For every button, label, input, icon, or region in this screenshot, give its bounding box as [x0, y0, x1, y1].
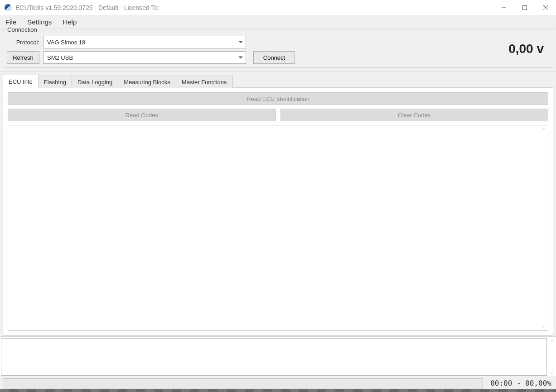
protocol-label: Protocol:	[7, 39, 39, 46]
tab-panel-ecu-info: Read ECU Identification Read Codes Clear…	[3, 87, 553, 336]
chevron-down-icon	[238, 57, 243, 59]
connection-legend: Connection	[6, 26, 39, 33]
log-textarea[interactable]	[1, 338, 547, 376]
status-bar: 00:00 - 00,00%	[0, 377, 556, 389]
protocol-value: VAG Simos 18	[47, 39, 85, 46]
scroll-down-icon[interactable]: ⌄	[541, 324, 547, 329]
status-text: 00:00 - 00,00%	[486, 379, 556, 387]
ecu-output-textarea[interactable]: ⌃ ⌄	[8, 125, 548, 331]
tabs-container: ECU Info Flashing Data Logging Measuring…	[0, 72, 556, 336]
close-icon	[543, 5, 548, 10]
connect-button[interactable]: Connect	[253, 51, 295, 64]
progress-bar	[3, 378, 483, 388]
log-scrollbar[interactable]: ⌃ ⌄	[548, 337, 556, 377]
interface-select[interactable]: SM2 USB	[43, 51, 246, 64]
connection-section: Connection Protocol: VAG Simos 18 Refres…	[0, 29, 556, 72]
maximize-icon	[522, 5, 527, 10]
menu-bar: File Settings Help	[0, 15, 556, 29]
tab-ecu-info[interactable]: ECU Info	[3, 75, 39, 88]
svg-rect-1	[523, 5, 527, 10]
window-title: ECUTools v1.59.2020.0725 - Default - Lic…	[15, 4, 493, 11]
interface-value: SM2 USB	[47, 54, 73, 61]
menu-help[interactable]: Help	[63, 18, 77, 26]
minimize-button[interactable]	[493, 0, 514, 15]
window-controls	[493, 0, 556, 15]
window-titlebar: ECUTools v1.59.2020.0725 - Default - Lic…	[0, 0, 556, 15]
scroll-down-icon: ⌄	[550, 370, 554, 375]
app-icon	[5, 4, 12, 11]
maximize-button[interactable]	[514, 0, 535, 15]
refresh-button[interactable]: Refresh	[7, 51, 39, 64]
window-resize-strip[interactable]	[0, 389, 556, 392]
close-button[interactable]	[535, 0, 556, 15]
minimize-icon	[501, 5, 507, 10]
connection-fieldset: Connection Protocol: VAG Simos 18 Refres…	[3, 30, 553, 68]
tab-master-functions[interactable]: Master Functions	[176, 76, 233, 88]
clear-codes-button[interactable]: Clear Codes	[280, 109, 549, 121]
tab-strip: ECU Info Flashing Data Logging Measuring…	[3, 74, 553, 87]
voltage-display: 0,00 v	[508, 42, 544, 56]
log-section: ⌃ ⌄	[0, 336, 556, 377]
read-ecu-id-button[interactable]: Read ECU Identification	[8, 92, 548, 105]
menu-file[interactable]: File	[5, 18, 16, 26]
tab-flashing[interactable]: Flashing	[38, 76, 72, 88]
read-codes-button[interactable]: Read Codes	[8, 109, 276, 121]
tab-data-logging[interactable]: Data Logging	[72, 76, 118, 88]
tab-measuring-blocks[interactable]: Measuring Blocks	[118, 76, 176, 88]
scroll-up-icon: ⌃	[550, 339, 554, 344]
scroll-up-icon[interactable]: ⌃	[541, 127, 547, 132]
menu-settings[interactable]: Settings	[27, 18, 52, 26]
protocol-select[interactable]: VAG Simos 18	[43, 36, 246, 48]
chevron-down-icon	[238, 41, 243, 43]
